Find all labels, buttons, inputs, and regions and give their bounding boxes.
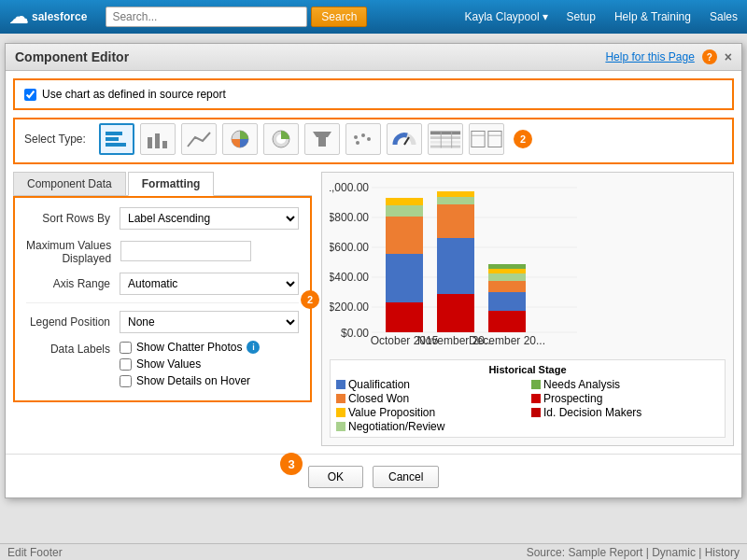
chart-type-scatter[interactable] <box>345 123 381 155</box>
show-chatter-label: Show Chatter Photos <box>136 341 242 354</box>
svg-text:December 20...: December 20... <box>469 334 545 347</box>
show-values-row: Show Values <box>120 357 260 371</box>
svg-rect-52 <box>488 311 526 332</box>
svg-rect-44 <box>437 204 474 238</box>
legend-position-select[interactable]: None <box>120 311 299 333</box>
legend-color-needs <box>531 380 541 389</box>
ok-button[interactable]: OK <box>308 466 363 488</box>
search-button[interactable]: Search <box>311 7 367 27</box>
svg-rect-43 <box>437 197 474 204</box>
svg-rect-51 <box>488 292 526 311</box>
sort-rows-control: Label Ascending <box>120 207 299 230</box>
legend-item-3: Prospecting <box>531 392 719 405</box>
show-values-checkbox[interactable] <box>120 358 132 371</box>
legend-label-value: Value Proposition <box>348 406 435 419</box>
setup-link[interactable]: Setup <box>567 10 596 23</box>
use-chart-checkbox[interactable] <box>24 89 36 101</box>
svg-line-14 <box>404 137 409 145</box>
svg-rect-15 <box>430 131 460 134</box>
svg-point-13 <box>354 135 358 139</box>
data-labels-options: Show Chatter Photos i Show Values Show D… <box>120 341 260 387</box>
svg-text:$600.00: $600.00 <box>330 241 369 254</box>
chart-type-pie[interactable] <box>222 123 258 155</box>
help-link[interactable]: Help & Training <box>614 10 691 23</box>
svg-rect-16 <box>430 136 460 139</box>
help-icon: ? <box>702 49 717 64</box>
legend-label-qualification: Qualification <box>348 378 410 391</box>
tabs: Component Data Formatting <box>13 172 312 196</box>
select-type-label: Select Type: <box>24 133 90 146</box>
chart-type-multi-table[interactable] <box>469 123 504 155</box>
legend-color-qualification <box>336 380 345 389</box>
use-chart-row: Use chart as defined in source report <box>13 78 734 110</box>
footer-badge: 3 <box>280 453 303 475</box>
svg-text:$800.00: $800.00 <box>330 211 369 224</box>
svg-rect-1 <box>106 137 119 141</box>
data-labels-section: Data Labels Show Chatter Photos i Show V… <box>26 341 299 387</box>
show-chatter-row: Show Chatter Photos i <box>120 341 260 354</box>
legend-label-negotiation: Negotiation/Review <box>348 420 444 433</box>
svg-rect-37 <box>386 198 423 205</box>
svg-rect-45 <box>437 238 474 294</box>
chart-type-donut[interactable] <box>263 123 299 155</box>
svg-rect-38 <box>386 205 423 217</box>
chart-type-gauge[interactable] <box>387 123 422 155</box>
show-details-checkbox[interactable] <box>120 375 132 387</box>
user-menu[interactable]: Kayla Claypool ▾ <box>465 10 548 23</box>
chart-area: $1,000.00 $800.00 $600.00 $400.00 $200.0… <box>330 180 726 438</box>
max-values-row: Maximum ValuesDisplayed <box>26 237 299 265</box>
axis-range-select[interactable]: Automatic <box>120 273 299 295</box>
select-type-badge: 2 <box>514 130 532 148</box>
legend-label-closed: Closed Won <box>348 392 409 405</box>
component-editor-dialog: Component Editor Help for this Page ? × … <box>5 43 742 498</box>
max-values-label: Maximum ValuesDisplayed <box>26 237 120 265</box>
max-values-input[interactable] <box>120 241 251 261</box>
sales-link[interactable]: Sales <box>710 10 738 23</box>
svg-rect-3 <box>148 137 152 148</box>
legend-color-value <box>336 408 345 417</box>
statusbar-right: Source: Sample Report | Dynamic | Histor… <box>527 546 740 559</box>
chart-type-line[interactable] <box>181 123 217 155</box>
chart-type-hbar[interactable] <box>99 123 134 155</box>
chart-type-vbar[interactable] <box>140 123 176 155</box>
show-chatter-checkbox[interactable] <box>120 342 132 354</box>
sort-rows-row: Sort Rows By Label Ascending <box>26 207 299 230</box>
use-chart-label: Use chart as defined in source report <box>42 88 226 101</box>
dialog-footer: 3 OK Cancel <box>6 454 741 497</box>
axis-range-label: Axis Range <box>26 277 120 290</box>
svg-rect-39 <box>386 217 423 254</box>
divider1 <box>26 302 299 303</box>
legend-label-decision: Id. Decision Makers <box>543 406 641 419</box>
close-button[interactable]: × <box>725 49 732 64</box>
tab-formatting[interactable]: Formatting <box>128 172 215 196</box>
help-page-link[interactable]: Help for this Page <box>605 50 694 63</box>
cancel-button[interactable]: Cancel <box>373 466 439 488</box>
svg-rect-50 <box>488 281 526 292</box>
search-input[interactable] <box>106 7 307 27</box>
left-panel: Component Data Formatting Sort Rows By L… <box>13 172 312 446</box>
chart-type-funnel[interactable] <box>304 123 340 155</box>
svg-text:$0.00: $0.00 <box>341 327 369 340</box>
legend-position-label: Legend Position <box>26 315 120 329</box>
svg-rect-2 <box>106 143 126 147</box>
svg-rect-22 <box>488 131 501 147</box>
show-details-label: Show Details on Hover <box>136 374 250 387</box>
tab-component-data[interactable]: Component Data <box>13 172 126 195</box>
legend-grid: Qualification Needs Analysis Closed Won <box>336 378 719 433</box>
options-panel: Sort Rows By Label Ascending Maximum Val… <box>13 196 312 402</box>
svg-marker-9 <box>313 132 331 147</box>
show-values-label: Show Values <box>136 357 201 371</box>
dialog-body: Component Data Formatting Sort Rows By L… <box>6 172 741 454</box>
sort-rows-select[interactable]: Label Ascending <box>120 207 299 230</box>
chart-svg: $1,000.00 $800.00 $600.00 $400.00 $200.0… <box>330 180 582 353</box>
svg-rect-40 <box>386 254 423 302</box>
select-type-row: Select Type: <box>13 118 734 164</box>
svg-rect-5 <box>162 141 167 148</box>
info-icon[interactable]: i <box>247 341 260 354</box>
legend-color-closed <box>336 394 345 403</box>
svg-text:$1,000.00: $1,000.00 <box>330 181 369 194</box>
logo: ☁ salesforce <box>9 6 87 28</box>
svg-rect-47 <box>488 264 526 269</box>
chart-type-table[interactable] <box>428 123 463 155</box>
svg-rect-46 <box>437 294 474 332</box>
